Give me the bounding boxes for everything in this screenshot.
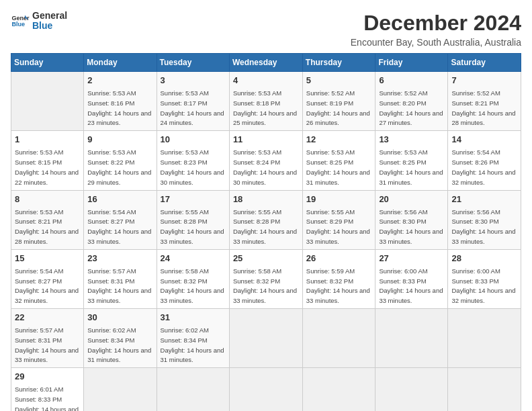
day-info: Sunrise: 5:58 AMSunset: 8:32 PMDaylight:… (233, 267, 297, 304)
day-number: 9 (87, 134, 152, 146)
table-row: 7 Sunrise: 5:52 AMSunset: 8:21 PMDayligh… (448, 72, 521, 131)
day-number: 6 (379, 75, 444, 87)
day-info: Sunrise: 6:01 AMSunset: 8:33 PMDaylight:… (15, 385, 79, 411)
day-info: Sunrise: 5:58 AMSunset: 8:32 PMDaylight:… (161, 267, 224, 304)
calendar-header-row: Sunday Monday Tuesday Wednesday Thursday… (11, 54, 521, 72)
table-row (157, 368, 229, 411)
header-sunday: Sunday (11, 54, 84, 72)
table-row: 14 Sunrise: 5:54 AMSunset: 8:26 PMDaylig… (448, 131, 521, 190)
table-row (302, 309, 375, 368)
day-info: Sunrise: 5:53 AMSunset: 8:16 PMDaylight:… (87, 89, 151, 126)
table-row: 22 Sunrise: 5:57 AMSunset: 8:31 PMDaylig… (11, 309, 84, 368)
day-info: Sunrise: 5:57 AMSunset: 8:31 PMDaylight:… (87, 267, 151, 304)
day-number: 25 (233, 253, 299, 265)
calendar-week-row: 15 Sunrise: 5:54 AMSunset: 8:27 PMDaylig… (11, 249, 521, 308)
day-number: 18 (233, 193, 299, 205)
day-info: Sunrise: 5:53 AMSunset: 8:22 PMDaylight:… (87, 148, 151, 185)
table-row (375, 368, 448, 411)
day-number: 16 (87, 193, 152, 205)
day-number: 4 (233, 75, 299, 87)
day-info: Sunrise: 6:00 AMSunset: 8:33 PMDaylight:… (379, 267, 443, 304)
day-number: 29 (15, 371, 80, 383)
header-tuesday: Tuesday (157, 54, 229, 72)
day-number: 2 (87, 75, 152, 87)
table-row: 17 Sunrise: 5:55 AMSunset: 8:28 PMDaylig… (157, 190, 229, 249)
header-thursday: Thursday (302, 54, 375, 72)
table-row: 11 Sunrise: 5:53 AMSunset: 8:24 PMDaylig… (229, 131, 302, 190)
day-info: Sunrise: 5:53 AMSunset: 8:18 PMDaylight:… (233, 89, 297, 126)
table-row: 9 Sunrise: 5:53 AMSunset: 8:22 PMDayligh… (84, 131, 157, 190)
table-row: 29 Sunrise: 6:01 AMSunset: 8:33 PMDaylig… (11, 368, 84, 411)
day-info: Sunrise: 5:53 AMSunset: 8:23 PMDaylight:… (161, 148, 224, 185)
day-info: Sunrise: 5:54 AMSunset: 8:27 PMDaylight:… (15, 267, 79, 304)
day-number: 23 (87, 253, 152, 265)
table-row: 8 Sunrise: 5:53 AMSunset: 8:21 PMDayligh… (11, 190, 84, 249)
table-row: 3 Sunrise: 5:53 AMSunset: 8:17 PMDayligh… (157, 72, 229, 131)
day-number: 21 (451, 193, 517, 205)
day-number: 26 (306, 253, 372, 265)
logo-icon: General Blue (11, 11, 30, 30)
table-row: 4 Sunrise: 5:53 AMSunset: 8:18 PMDayligh… (229, 72, 302, 131)
table-row: 28 Sunrise: 6:00 AMSunset: 8:33 PMDaylig… (448, 249, 521, 308)
table-row: 30 Sunrise: 6:02 AMSunset: 8:34 PMDaylig… (84, 309, 157, 368)
logo: General Blue General Blue (11, 11, 67, 32)
day-number: 1 (15, 134, 80, 146)
title-area: December 2024 Encounter Bay, South Austr… (351, 11, 521, 48)
table-row: 19 Sunrise: 5:55 AMSunset: 8:29 PMDaylig… (302, 190, 375, 249)
table-row (229, 368, 302, 411)
header-wednesday: Wednesday (229, 54, 302, 72)
day-info: Sunrise: 5:55 AMSunset: 8:29 PMDaylight:… (306, 208, 370, 245)
day-number: 22 (15, 312, 80, 324)
table-row: 13 Sunrise: 5:53 AMSunset: 8:25 PMDaylig… (375, 131, 448, 190)
calendar-table: Sunday Monday Tuesday Wednesday Thursday… (11, 53, 521, 411)
day-number: 3 (161, 75, 226, 87)
day-number: 24 (161, 253, 226, 265)
logo-blue: Blue (32, 21, 67, 31)
day-info: Sunrise: 5:54 AMSunset: 8:26 PMDaylight:… (451, 148, 515, 185)
table-row (229, 309, 302, 368)
table-row: 15 Sunrise: 5:54 AMSunset: 8:27 PMDaylig… (11, 249, 84, 308)
day-number: 20 (379, 193, 444, 205)
day-info: Sunrise: 5:55 AMSunset: 8:28 PMDaylight:… (233, 208, 297, 245)
day-info: Sunrise: 5:55 AMSunset: 8:28 PMDaylight:… (161, 208, 224, 245)
day-info: Sunrise: 5:53 AMSunset: 8:25 PMDaylight:… (379, 148, 443, 185)
table-row: 12 Sunrise: 5:53 AMSunset: 8:25 PMDaylig… (302, 131, 375, 190)
table-row: 26 Sunrise: 5:59 AMSunset: 8:32 PMDaylig… (302, 249, 375, 308)
calendar-week-row: 1 Sunrise: 5:53 AMSunset: 8:15 PMDayligh… (11, 131, 521, 190)
day-info: Sunrise: 5:53 AMSunset: 8:15 PMDaylight:… (15, 148, 79, 185)
day-number: 19 (306, 193, 372, 205)
day-info: Sunrise: 5:53 AMSunset: 8:21 PMDaylight:… (15, 208, 79, 245)
table-row: 18 Sunrise: 5:55 AMSunset: 8:28 PMDaylig… (229, 190, 302, 249)
table-row (448, 309, 521, 368)
table-row: 27 Sunrise: 6:00 AMSunset: 8:33 PMDaylig… (375, 249, 448, 308)
table-row: 10 Sunrise: 5:53 AMSunset: 8:23 PMDaylig… (157, 131, 229, 190)
day-number: 13 (379, 134, 444, 146)
table-row (302, 368, 375, 411)
table-row: 25 Sunrise: 5:58 AMSunset: 8:32 PMDaylig… (229, 249, 302, 308)
day-info: Sunrise: 5:54 AMSunset: 8:27 PMDaylight:… (87, 208, 151, 245)
table-row: 2 Sunrise: 5:53 AMSunset: 8:16 PMDayligh… (84, 72, 157, 131)
header-monday: Monday (84, 54, 157, 72)
header-friday: Friday (375, 54, 448, 72)
month-title: December 2024 (351, 11, 521, 36)
table-row: 31 Sunrise: 6:02 AMSunset: 8:34 PMDaylig… (157, 309, 229, 368)
table-row (448, 368, 521, 411)
day-number: 7 (451, 75, 517, 87)
day-number: 27 (379, 253, 444, 265)
day-info: Sunrise: 5:52 AMSunset: 8:20 PMDaylight:… (379, 89, 443, 126)
day-number: 10 (161, 134, 226, 146)
table-row: 20 Sunrise: 5:56 AMSunset: 8:30 PMDaylig… (375, 190, 448, 249)
day-number: 17 (161, 193, 226, 205)
svg-text:Blue: Blue (11, 21, 25, 28)
calendar-week-row: 22 Sunrise: 5:57 AMSunset: 8:31 PMDaylig… (11, 309, 521, 368)
table-row (11, 72, 84, 131)
header-saturday: Saturday (448, 54, 521, 72)
table-row: 16 Sunrise: 5:54 AMSunset: 8:27 PMDaylig… (84, 190, 157, 249)
calendar-week-row: 8 Sunrise: 5:53 AMSunset: 8:21 PMDayligh… (11, 190, 521, 249)
day-number: 31 (161, 312, 226, 324)
day-info: Sunrise: 5:59 AMSunset: 8:32 PMDaylight:… (306, 267, 370, 304)
day-info: Sunrise: 5:56 AMSunset: 8:30 PMDaylight:… (451, 208, 515, 245)
calendar-week-row: 2 Sunrise: 5:53 AMSunset: 8:16 PMDayligh… (11, 72, 521, 131)
day-info: Sunrise: 6:02 AMSunset: 8:34 PMDaylight:… (161, 326, 224, 363)
day-info: Sunrise: 5:52 AMSunset: 8:21 PMDaylight:… (451, 89, 515, 126)
